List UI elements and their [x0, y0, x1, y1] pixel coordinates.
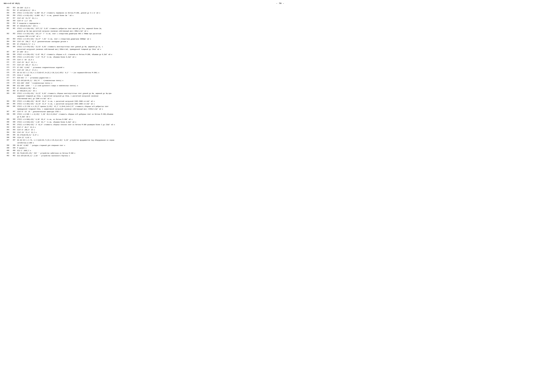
table-row: зитобетона м-200 к	[4, 142, 555, 144]
doc-code: 503-4-47-87 УП(I)	[4, 3, 20, 4]
row-text: нагрузке 660 кгс/м2' м2 к	[17, 35, 555, 37]
row-text: СI47-24' I98,I' 4I,3' дополнительные зак…	[17, 41, 555, 43]
row-num2: 37I	[10, 61, 17, 64]
row-num1: 386	[4, 105, 10, 108]
row-num2: 397	[10, 139, 17, 141]
row-text: расчетной нагрузкой (включая собственный…	[17, 48, 555, 50]
table-row: веденной толщиной до I4см, с расчетной н…	[4, 95, 555, 97]
row-text: E7-465(АI=5,22)' I9 к	[17, 90, 555, 92]
page-number: - 78 -	[276, 2, 284, 5]
row-num1: 355	[4, 12, 10, 14]
row-num1: 392	[4, 126, 10, 128]
row-num1: 395	[4, 134, 10, 136]
row-num1: 396	[4, 137, 10, 139]
table-row: 366366СТСCI п.8-479(=IO)' I3,53' 9,63' с…	[4, 46, 555, 48]
row-num2: 375	[10, 72, 17, 74]
row-text: СТСCI п.8-479(=IO)' I3,53' 9,63' стоимос…	[17, 46, 555, 48]
row-text: СТССI п.8-236(=IO)' 0,42' 90,2' стоимост…	[17, 54, 555, 56]
row-num2: 398	[10, 144, 17, 147]
row-text: E6-I79(АI=58,6)' 0,37 к	[17, 134, 555, 136]
row-num1: 357	[4, 17, 10, 19]
row-text: E6-30 ССI п.I-76, п.I-3(АI=35,7+(3I,2-25…	[17, 139, 555, 141]
row-num2: 366	[10, 46, 17, 48]
row-num2: 388	[10, 113, 17, 115]
table-row: 353353E8-I89' 12,6 к	[4, 7, 555, 9]
row-num2: 372	[10, 64, 17, 66]
row-num1: 390	[4, 121, 10, 123]
row-num1: 379	[4, 82, 10, 84]
row-text: E7-I78(АI=5,7)' 2 к	[17, 43, 555, 45]
row-num2: 357	[10, 17, 17, 19]
row-text: СТССI п.8-I57(=IO)' 53,37' 7,92' то же, …	[17, 38, 555, 40]
table-row: 362362СТССI п.8-I5I(=IO)' 23I,27' 7' то …	[4, 33, 555, 35]
row-num1: 353	[4, 7, 10, 9]
row-num2: 40I	[10, 152, 17, 154]
row-num1: 369	[4, 56, 10, 58]
table-row: 37I37IСI47-I5' 38,3' 32,I к	[4, 61, 555, 64]
row-num2: 373	[10, 66, 17, 69]
row-text: Р покрытие и перекрытие к	[17, 22, 555, 25]
table-row: расчетной нагрузкой (включая собственный…	[4, 48, 555, 50]
row-num2: 384	[10, 100, 17, 103]
row-num1: 389	[4, 118, 10, 121]
row-num2: 399	[10, 147, 17, 149]
row-num1: 363	[4, 38, 10, 40]
table-row: 380380EI2-289' 2250' ' + (I слой рулонно…	[4, 85, 555, 87]
table-row: 370370СI47-I' 56' 22,9 к	[4, 59, 555, 61]
row-num2: 382	[10, 90, 17, 92]
row-num2: 390	[10, 121, 17, 123]
table-row: 360360E7-I84(АI=8,02)' I44 к	[4, 25, 555, 27]
table-row: 387387СI47-8' I3' 25 ' дополнительная ар…	[4, 111, 555, 113]
row-num1: 377	[4, 77, 10, 79]
row-text: СI47-29' 34I,4' I7,8 к	[17, 69, 555, 71]
row-text: СI47-I' 48,I' 22,9 к	[17, 126, 555, 129]
row-num2: 360	[10, 25, 17, 27]
row-num2: 355	[10, 12, 17, 14]
row-text: E6-84' 0,00I' ' укладка стержней для опи…	[17, 144, 555, 147]
row-num2: 374	[10, 69, 17, 71]
row-text: EI2-287(АI=35,2)' 333,74' ' +(комплексны…	[17, 80, 555, 82]
table-row: 390390СТССI п.8-5I0(=IO)' I,48' 63,7' то…	[4, 121, 555, 123]
row-num2: 394	[10, 131, 17, 133]
table-row: 385385СТССI п.8-48I(=IO)' I3,44' II,6' т…	[4, 103, 555, 105]
row-text: СТССI п.8-504(=IO)' 3' 62,6' стоимость с…	[17, 124, 555, 126]
table-row: 354354E7-447(АI=0,4)' 29 к	[4, 9, 555, 11]
row-num2: 368	[10, 54, 17, 56]
row-num1: 398	[4, 144, 10, 147]
row-num1: 400	[4, 149, 10, 152]
table-row: приведенной толщиной I3см, с нормативной…	[4, 108, 555, 110]
row-text: СТССI п.8-237(=IO)' I,II' 75,9' то же, о…	[17, 56, 555, 58]
row-num1: 354	[4, 9, 10, 11]
row-text: приведенной толщиной I3см, с нормативной…	[17, 108, 555, 110]
row-text: СТССI п.8-509(=IO)' 0,36' 65,6' то же, и…	[17, 118, 555, 121]
table-row: 39I39IСТССI п.8-504(=IO)' 3' 62,6' стоим…	[4, 124, 555, 126]
row-num2: 389	[10, 118, 17, 121]
table-row: 378378EI2-287(АI=35,2)' 333,74' ' +(комп…	[4, 80, 555, 82]
row-num2: 359	[10, 22, 17, 24]
row-num2: 36I	[10, 28, 17, 30]
table-row: 356356СТССI п.9-93(=IO)' 0,089' 65,7' то…	[4, 15, 555, 17]
row-text: E7-29I' 0,042' ' установка соединительны…	[17, 66, 555, 69]
row-text: СТСCI п.9-92(=IO)' 0,409' 64,4' стоимост…	[17, 12, 555, 14]
table-row: 373373E7-29I' 0,042' ' установка соедини…	[4, 66, 555, 69]
row-text: СТССI п.8-48I(=IO)' I3,44' II,6' то же, …	[17, 103, 555, 105]
table-row: нагрузке 660 кгс/м2' м2 к	[4, 35, 555, 37]
row-num1: 383	[4, 93, 10, 94]
main-content: 353353E8-I89' 12,6 к354354E7-447(АI=0,4)…	[4, 7, 555, 157]
table-row: 374374СI47-29' 34I,4' I7,8 к	[4, 69, 555, 71]
row-num2: 378	[10, 80, 17, 82]
row-text: E7-462(АI=3,56)' 38 к	[17, 87, 555, 90]
row-num1: 39I	[4, 124, 10, 126]
table-row: 358358СI47-8' 2,I' 25к	[4, 20, 555, 22]
row-text: E7-209' I6 к	[17, 51, 555, 53]
row-num2: 356	[10, 15, 17, 17]
row-num1: 387	[4, 111, 10, 113]
table-row: 364364СI47-24' I98,I' 4I,3' дополнительн…	[4, 41, 555, 43]
row-num2: 39I	[10, 124, 17, 126]
row-num2: 395	[10, 134, 17, 136]
row-num1: 394	[4, 131, 10, 133]
row-num1: 382	[4, 90, 10, 92]
row-text: СI47-8' I3' 25 ' дополнительная арматура…	[17, 111, 555, 113]
row-num2: 370	[10, 59, 17, 61]
table-row: 396396СI24-I2' 0,02 к	[4, 137, 555, 139]
